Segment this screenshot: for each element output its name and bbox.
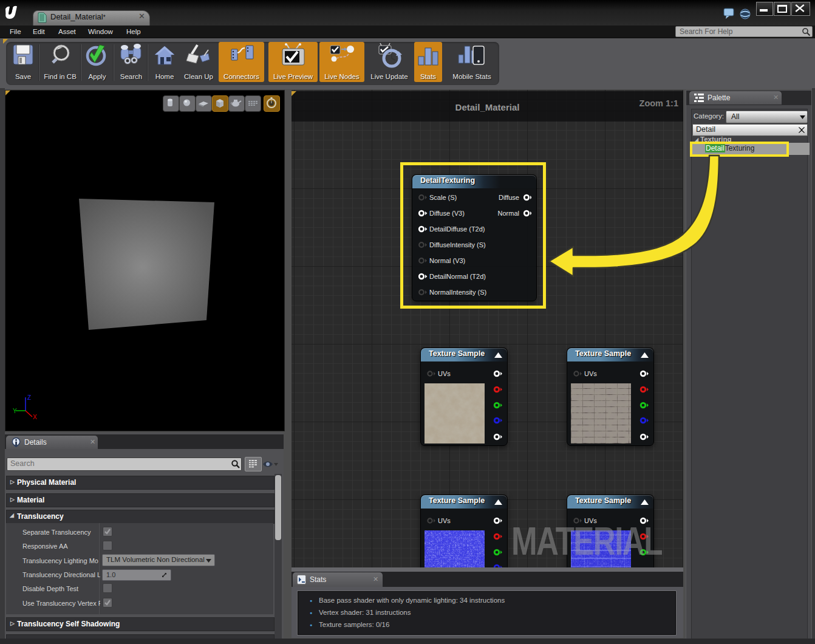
svg-text:Y: Y: [13, 408, 17, 414]
svg-text:X: X: [33, 414, 37, 420]
svg-text:Z: Z: [27, 394, 31, 401]
